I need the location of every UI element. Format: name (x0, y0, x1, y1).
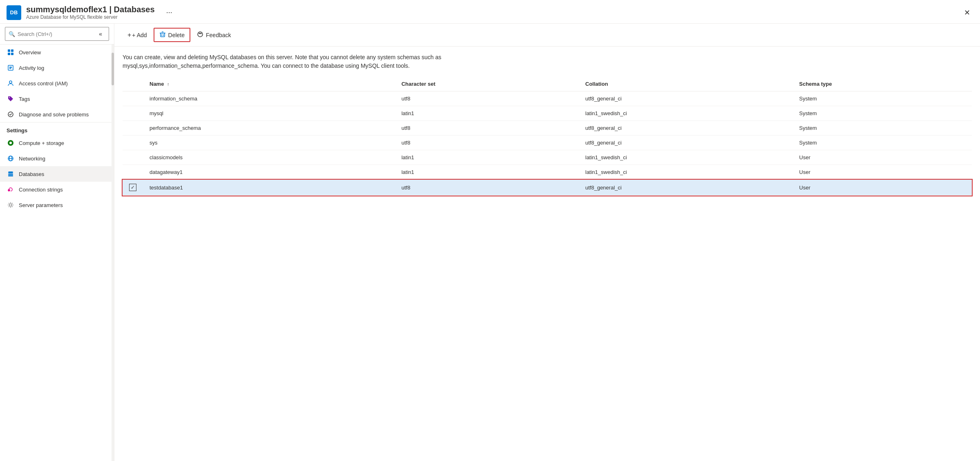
sidebar-item-label: Compute + storage (19, 140, 64, 146)
row-schema_type: User (792, 150, 972, 165)
row-schema_type: System (792, 136, 972, 150)
table-header-row: Name ↑ Character set Collation Schema ty… (123, 77, 972, 91)
settings-section-label: Settings (0, 122, 112, 135)
compute-icon (7, 139, 15, 147)
row-name: datagateway1 (143, 165, 395, 180)
row-name: classicmodels (143, 150, 395, 165)
svg-rect-1 (11, 49, 13, 52)
sidebar-item-compute[interactable]: Compute + storage (0, 135, 112, 151)
tags-icon (7, 95, 15, 103)
sidebar-item-connection-strings[interactable]: Connection strings (0, 182, 112, 197)
main-content: + + Add Delete (114, 24, 980, 461)
sidebar-item-label: Server parameters (19, 202, 63, 208)
row-character_set: latin1 (395, 106, 579, 121)
sidebar-item-networking[interactable]: Networking (0, 151, 112, 166)
table-row: performance_schemautf8utf8_general_ciSys… (123, 121, 972, 136)
row-schema_type: User (792, 165, 972, 180)
charset-column-header[interactable]: Character set (395, 77, 579, 91)
svg-point-19 (9, 204, 12, 206)
row-checkbox-cell[interactable] (123, 106, 143, 121)
table-row: mysqllatin1latin1_swedish_ciSystem (123, 106, 972, 121)
sidebar-search-area: 🔍 « (0, 24, 114, 45)
row-schema_type: System (792, 106, 972, 121)
sidebar-item-iam[interactable]: Access control (IAM) (0, 76, 112, 91)
page-title: summysqldemoflex1 | Databases (26, 5, 155, 14)
row-collation: latin1_swedish_ci (579, 106, 793, 121)
row-checkbox-cell[interactable] (123, 136, 143, 150)
name-column-header[interactable]: Name ↑ (143, 77, 395, 91)
trash-icon (159, 31, 166, 39)
toolbar: + + Add Delete (114, 24, 980, 47)
sidebar-item-overview[interactable]: Overview (0, 45, 112, 60)
diagnose-icon (7, 110, 15, 118)
svg-point-12 (9, 142, 12, 144)
table-row: datagateway1latin1latin1_swedish_ciUser (123, 165, 972, 180)
activity-icon (7, 64, 15, 72)
collapse-button[interactable]: « (96, 29, 105, 39)
sidebar-item-server-parameters[interactable]: Server parameters (0, 197, 112, 213)
svg-rect-0 (8, 49, 10, 52)
scrollbar-track[interactable] (112, 45, 114, 461)
svg-point-27 (201, 33, 201, 34)
sidebar-item-label: Tags (19, 96, 30, 102)
sidebar-item-tags[interactable]: Tags (0, 91, 112, 107)
sidebar: 🔍 « Overview Activity log (0, 24, 114, 461)
row-collation: latin1_swedish_ci (579, 165, 793, 180)
row-collation: latin1_swedish_ci (579, 150, 793, 165)
schema-type-column-header[interactable]: Schema type (792, 77, 972, 91)
row-checkbox-cell[interactable] (123, 150, 143, 165)
row-checkbox-cell[interactable]: ✓ (123, 180, 143, 196)
sidebar-nav: Overview Activity log Access control (IA… (0, 45, 112, 461)
collation-column-header[interactable]: Collation (579, 77, 793, 91)
row-checkbox-cell[interactable] (123, 91, 143, 106)
close-button[interactable]: ✕ (961, 7, 973, 19)
add-icon: + (127, 31, 131, 39)
server-icon (7, 201, 15, 209)
sidebar-item-label: Activity log (19, 65, 44, 71)
search-input[interactable] (18, 31, 93, 37)
svg-point-9 (9, 97, 10, 98)
delete-label: Delete (168, 32, 185, 38)
row-name: performance_schema (143, 121, 395, 136)
row-name: testdatabase1 (143, 180, 395, 196)
search-box[interactable]: 🔍 « (5, 27, 109, 41)
sidebar-item-activity-log[interactable]: Activity log (0, 60, 112, 76)
row-checkbox-cell[interactable] (123, 165, 143, 180)
row-character_set: utf8 (395, 180, 579, 196)
sidebar-item-label: Overview (19, 49, 41, 56)
row-collation: utf8_general_ci (579, 180, 793, 196)
more-options-button[interactable]: ··· (163, 7, 176, 18)
sidebar-item-label: Networking (19, 156, 45, 162)
main-layout: 🔍 « Overview Activity log (0, 24, 980, 461)
svg-point-8 (9, 81, 12, 83)
sidebar-item-databases[interactable]: Databases (0, 166, 112, 182)
connection-icon (7, 185, 15, 194)
overview-icon (7, 48, 15, 56)
sidebar-item-diagnose[interactable]: Diagnose and solve problems (0, 107, 112, 122)
content-description: You can create, view and deleting MySQL … (114, 47, 482, 77)
row-name: information_schema (143, 91, 395, 106)
sidebar-item-label: Databases (19, 171, 44, 177)
sidebar-item-label: Diagnose and solve problems (19, 111, 89, 118)
table-row: sysutf8utf8_general_ciSystem (123, 136, 972, 150)
svg-rect-16 (8, 171, 13, 173)
databases-table: Name ↑ Character set Collation Schema ty… (123, 77, 972, 196)
row-character_set: utf8 (395, 121, 579, 136)
search-icon: 🔍 (9, 31, 15, 37)
row-schema_type: User (792, 180, 972, 196)
row-character_set: latin1 (395, 165, 579, 180)
row-collation: utf8_general_ci (579, 136, 793, 150)
svg-rect-18 (8, 175, 13, 176)
page-subtitle: Azure Database for MySQL flexible server (26, 14, 155, 20)
scrollbar-thumb[interactable] (112, 53, 114, 85)
row-checkbox-cell[interactable] (123, 121, 143, 136)
svg-rect-3 (11, 53, 13, 55)
row-character_set: utf8 (395, 136, 579, 150)
delete-button[interactable]: Delete (154, 28, 190, 42)
sort-arrow-icon: ↑ (167, 82, 170, 87)
app-icon: DB (7, 5, 21, 20)
add-button[interactable]: + + Add (123, 29, 152, 41)
checkbox-checked-icon: ✓ (129, 184, 136, 191)
feedback-button[interactable]: Feedback (192, 29, 236, 41)
table-row: ✓testdatabase1utf8utf8_general_ciUser (123, 180, 972, 196)
